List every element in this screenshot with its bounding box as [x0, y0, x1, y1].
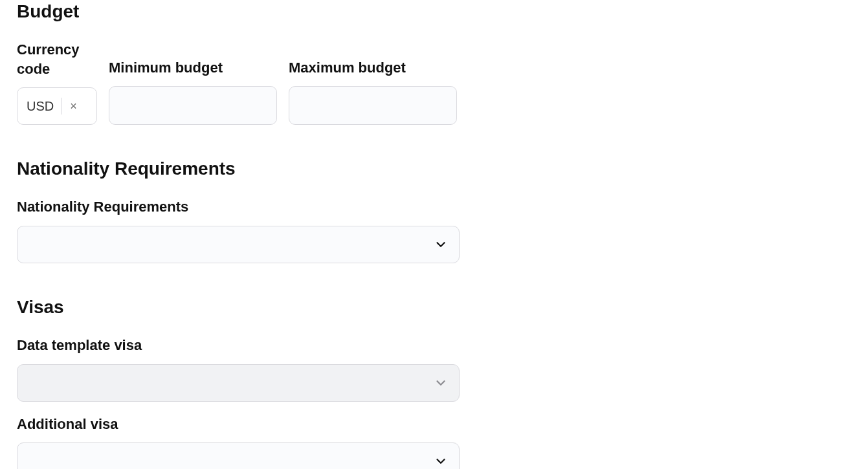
max-budget-label: Maximum budget: [289, 58, 457, 78]
currency-label-line2: code: [17, 61, 50, 77]
nationality-section: Nationality Requirements Nationality Req…: [17, 158, 851, 263]
additional-visa-select-wrapper: [17, 442, 460, 469]
visas-title: Visas: [17, 297, 851, 318]
currency-code-input[interactable]: USD ×: [17, 87, 97, 125]
visas-section: Visas Data template visa Additional visa: [17, 297, 851, 469]
data-template-visa-field: Data template visa: [17, 336, 851, 402]
budget-row: Currency code USD × Minimum budget Maxim…: [17, 40, 851, 125]
data-template-visa-select[interactable]: [17, 364, 460, 402]
data-template-visa-label: Data template visa: [17, 336, 851, 355]
min-budget-label: Minimum budget: [109, 58, 277, 78]
data-template-visa-select-wrapper: [17, 364, 460, 402]
additional-visa-field: Additional visa: [17, 415, 851, 469]
currency-clear-button[interactable]: ×: [70, 100, 77, 112]
currency-label-line1: Currency: [17, 41, 80, 58]
currency-field-group: Currency code USD ×: [17, 40, 97, 125]
budget-title: Budget: [17, 1, 851, 22]
budget-section: Budget Currency code USD × Minimum budge…: [17, 1, 851, 125]
nationality-field-label: Nationality Requirements: [17, 197, 851, 217]
nationality-select-wrapper: [17, 226, 460, 263]
nationality-select[interactable]: [17, 226, 460, 263]
max-budget-input[interactable]: [289, 86, 457, 125]
additional-visa-label: Additional visa: [17, 415, 851, 434]
currency-code-label: Currency code: [17, 40, 88, 78]
nationality-title: Nationality Requirements: [17, 158, 851, 179]
currency-code-value: USD: [27, 99, 54, 114]
additional-visa-select[interactable]: [17, 442, 460, 469]
max-budget-field-group: Maximum budget: [289, 58, 457, 125]
min-budget-field-group: Minimum budget: [109, 58, 277, 125]
min-budget-input[interactable]: [109, 86, 277, 125]
currency-divider: [61, 98, 62, 115]
